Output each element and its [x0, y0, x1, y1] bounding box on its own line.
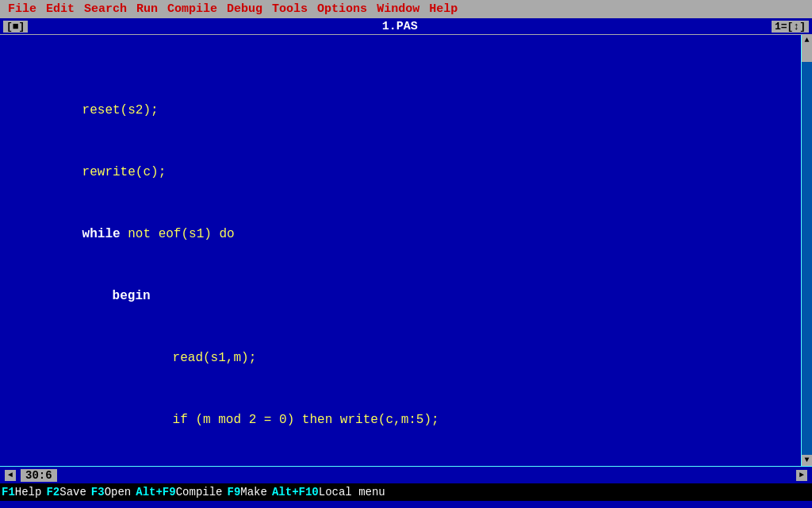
menu-debug[interactable]: Debug — [222, 2, 267, 16]
vertical-scrollbar[interactable]: ▲ ▼ — [801, 35, 812, 466]
fn-label-compile: Compile — [176, 486, 223, 498]
fn-label-help: Help — [15, 486, 42, 498]
status-scroll-track[interactable] — [60, 470, 795, 481]
fn-help[interactable]: F1 Help — [2, 486, 41, 498]
fn-label-open: Open — [105, 486, 132, 498]
scroll-track[interactable] — [802, 46, 813, 455]
fn-key-f3: F3 — [91, 486, 105, 498]
code-line: reset(s2); — [6, 79, 795, 100]
editor-container: reset(s2); rewrite(c); while not eof(s1)… — [0, 35, 812, 466]
fn-open[interactable]: F3 Open — [91, 486, 131, 498]
code-line: while not eof(s1) do — [6, 203, 795, 224]
code-line: read(s1,m); — [6, 327, 795, 348]
code-line: if (m mod 2 = 0) then write(c,m:5); — [6, 389, 795, 410]
fn-key-altf10: Alt+F10 — [272, 486, 319, 498]
fn-make[interactable]: F9 Make — [228, 486, 267, 498]
fn-save[interactable]: F2 Save — [46, 486, 86, 498]
cursor-position: 30:6 — [21, 469, 57, 482]
scroll-left-indicator[interactable]: ◄ — [5, 470, 16, 481]
scroll-up-arrow[interactable]: ▲ — [802, 35, 813, 46]
menu-bar: File Edit Search Run Compile Debug Tools… — [0, 0, 812, 17]
menu-tools[interactable]: Tools — [267, 2, 312, 16]
fn-local-menu[interactable]: Alt+F10 Local menu — [272, 486, 385, 498]
menu-file[interactable]: File — [3, 2, 41, 16]
scroll-thumb[interactable] — [802, 46, 813, 62]
window-icon-left[interactable]: [■] — [3, 21, 28, 33]
fn-label-local-menu: Local menu — [319, 486, 385, 498]
title-bar: [■] 1.PAS 1=[↕] — [0, 17, 812, 35]
menu-options[interactable]: Options — [312, 2, 372, 16]
fn-label-save: Save — [59, 486, 86, 498]
scroll-down-arrow[interactable]: ▼ — [802, 455, 813, 466]
window-title: 1.PAS — [31, 20, 768, 33]
code-line: begin — [6, 265, 795, 286]
fn-key-f1: F1 — [2, 486, 15, 498]
code-editor[interactable]: reset(s2); rewrite(c); while not eof(s1)… — [0, 35, 801, 466]
scroll-right-indicator[interactable]: ► — [796, 470, 807, 481]
code-line: end; — [6, 451, 795, 466]
menu-edit[interactable]: Edit — [41, 2, 79, 16]
menu-run[interactable]: Run — [132, 2, 163, 16]
menu-help[interactable]: Help — [424, 2, 462, 16]
fn-key-f2: F2 — [46, 486, 59, 498]
fn-key-altf9: Alt+F9 — [136, 486, 175, 498]
window-icon-right[interactable]: 1=[↕] — [772, 21, 809, 33]
function-key-bar: F1 Help F2 Save F3 Open Alt+F9 Compile F… — [0, 483, 812, 501]
menu-search[interactable]: Search — [79, 2, 132, 16]
menu-compile[interactable]: Compile — [163, 2, 222, 16]
code-line: rewrite(c); — [6, 141, 795, 162]
menu-window[interactable]: Window — [372, 2, 424, 16]
fn-compile[interactable]: Alt+F9 Compile — [136, 486, 222, 498]
status-bar: ◄ 30:6 ► — [0, 466, 812, 483]
fn-label-make: Make — [240, 486, 267, 498]
fn-key-f9: F9 — [228, 486, 241, 498]
